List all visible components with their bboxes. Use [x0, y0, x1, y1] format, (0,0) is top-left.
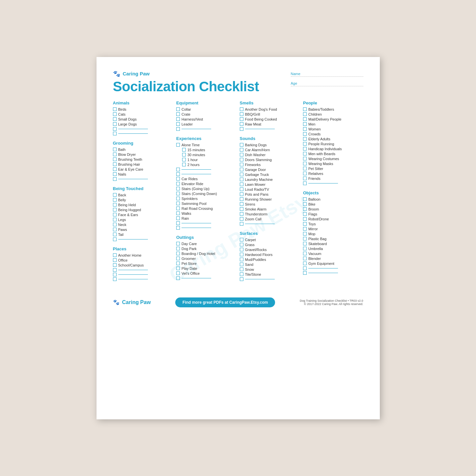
- checkbox[interactable]: [176, 216, 180, 220]
- checkbox[interactable]: [240, 267, 243, 271]
- checkbox[interactable]: [113, 203, 117, 207]
- checkbox[interactable]: [176, 266, 180, 270]
- checkbox[interactable]: [113, 198, 117, 202]
- checkbox[interactable]: [303, 222, 307, 226]
- checkbox[interactable]: [113, 177, 117, 181]
- checkbox[interactable]: [240, 187, 243, 191]
- checkbox[interactable]: [303, 182, 307, 185]
- checkbox[interactable]: [113, 273, 117, 276]
- checkbox[interactable]: [176, 143, 180, 147]
- checkbox[interactable]: [240, 112, 243, 116]
- checkbox[interactable]: [176, 197, 180, 200]
- checkbox[interactable]: [113, 162, 117, 166]
- checkbox[interactable]: [176, 172, 180, 176]
- checkbox[interactable]: [240, 117, 243, 121]
- checkbox[interactable]: [113, 228, 117, 231]
- checkbox[interactable]: [113, 127, 117, 131]
- checkbox[interactable]: [176, 112, 180, 116]
- checkbox[interactable]: [240, 197, 243, 201]
- checkbox[interactable]: [113, 148, 117, 151]
- checkbox[interactable]: [240, 153, 243, 156]
- etsy-cta-button[interactable]: Find more great PDFs at CaringPaw.Etsy.c…: [175, 297, 275, 307]
- checkbox[interactable]: [240, 122, 243, 126]
- checkbox[interactable]: [176, 177, 180, 181]
- checkbox[interactable]: [303, 167, 307, 170]
- checkbox[interactable]: [303, 132, 307, 136]
- checkbox[interactable]: [176, 221, 180, 225]
- checkbox[interactable]: [182, 148, 186, 152]
- checkbox[interactable]: [182, 153, 186, 156]
- checkbox[interactable]: [176, 247, 180, 250]
- checkbox[interactable]: [240, 178, 243, 181]
- checkbox[interactable]: [113, 172, 117, 176]
- checkbox[interactable]: [182, 163, 186, 166]
- checkbox[interactable]: [176, 182, 180, 185]
- checkbox[interactable]: [240, 212, 243, 216]
- checkbox[interactable]: [240, 263, 243, 266]
- checkbox[interactable]: [176, 271, 180, 275]
- checkbox[interactable]: [303, 122, 307, 126]
- checkbox[interactable]: [113, 238, 117, 241]
- checkbox[interactable]: [113, 122, 117, 126]
- checkbox[interactable]: [303, 162, 307, 165]
- checkbox[interactable]: [113, 193, 117, 197]
- checkbox[interactable]: [240, 272, 243, 276]
- checkbox[interactable]: [176, 192, 180, 195]
- checkbox[interactable]: [176, 117, 180, 121]
- checkbox[interactable]: [240, 277, 243, 281]
- checkbox[interactable]: [113, 208, 117, 211]
- checkbox[interactable]: [182, 158, 186, 161]
- checkbox[interactable]: [303, 177, 307, 180]
- checkbox[interactable]: [113, 132, 117, 135]
- checkbox[interactable]: [113, 268, 117, 272]
- checkbox[interactable]: [303, 112, 307, 116]
- checkbox[interactable]: [240, 217, 243, 221]
- checkbox[interactable]: [113, 277, 117, 281]
- checkbox[interactable]: [240, 148, 243, 152]
- checkbox[interactable]: [113, 167, 117, 171]
- checkbox[interactable]: [303, 271, 307, 275]
- checkbox[interactable]: [303, 266, 307, 270]
- checkbox[interactable]: [113, 233, 117, 236]
- checkbox[interactable]: [176, 187, 180, 190]
- checkbox[interactable]: [113, 213, 117, 216]
- checkbox[interactable]: [113, 223, 117, 226]
- checkbox[interactable]: [176, 257, 180, 260]
- checkbox[interactable]: [240, 243, 243, 246]
- checkbox[interactable]: [176, 202, 180, 205]
- checkbox[interactable]: [240, 258, 243, 261]
- checkbox[interactable]: [176, 127, 180, 131]
- checkbox[interactable]: [113, 258, 117, 262]
- checkbox[interactable]: [176, 242, 180, 245]
- checkbox[interactable]: [240, 107, 243, 111]
- checkbox[interactable]: [240, 163, 243, 166]
- checkbox[interactable]: [303, 197, 307, 201]
- checkbox[interactable]: [240, 202, 243, 206]
- checkbox[interactable]: [176, 262, 180, 265]
- checkbox[interactable]: [240, 222, 243, 226]
- checkbox[interactable]: [240, 238, 243, 241]
- checkbox[interactable]: [303, 242, 307, 245]
- checkbox[interactable]: [303, 202, 307, 206]
- checkbox[interactable]: [113, 153, 117, 156]
- checkbox[interactable]: [303, 257, 307, 260]
- checkbox[interactable]: [303, 107, 307, 111]
- checkbox[interactable]: [176, 226, 180, 230]
- checkbox[interactable]: [303, 237, 307, 240]
- checkbox[interactable]: [303, 152, 307, 155]
- checkbox[interactable]: [303, 117, 307, 121]
- checkbox[interactable]: [240, 248, 243, 251]
- checkbox[interactable]: [240, 207, 243, 211]
- checkbox[interactable]: [303, 217, 307, 221]
- checkbox[interactable]: [303, 262, 307, 265]
- checkbox[interactable]: [240, 253, 243, 256]
- checkbox[interactable]: [303, 157, 307, 160]
- checkbox[interactable]: [240, 143, 243, 147]
- checkbox[interactable]: [113, 117, 117, 121]
- checkbox[interactable]: [113, 112, 117, 116]
- checkbox[interactable]: [303, 232, 307, 236]
- checkbox[interactable]: [240, 182, 243, 186]
- checkbox[interactable]: [240, 173, 243, 176]
- checkbox[interactable]: [113, 253, 117, 257]
- checkbox[interactable]: [176, 211, 180, 215]
